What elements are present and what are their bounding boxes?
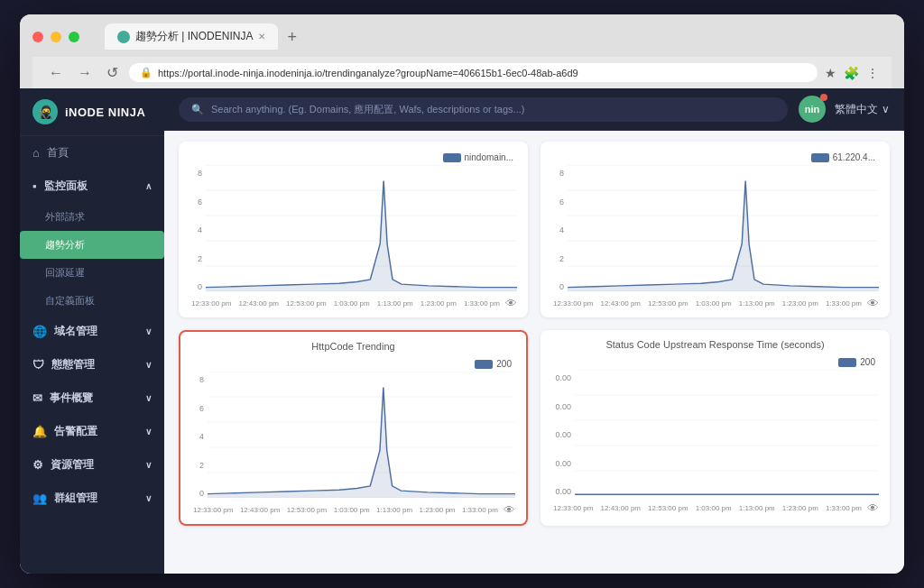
chart1-y-labels: 02468 bbox=[189, 165, 206, 295]
lock-icon: 🔒 bbox=[140, 67, 152, 78]
chart2-legend-box bbox=[811, 153, 829, 162]
chart4-svg bbox=[575, 370, 879, 496]
extensions-icon[interactable]: 🧩 bbox=[844, 66, 859, 80]
new-tab-button[interactable]: + bbox=[280, 25, 304, 49]
sidebar-sub-external[interactable]: 外部請求 bbox=[20, 203, 164, 231]
sidebar-sub-custom[interactable]: 自定義面板 bbox=[20, 287, 164, 315]
sidebar-sub-external-label: 外部請求 bbox=[45, 211, 85, 222]
sidebar-sub-custom-label: 自定義面板 bbox=[45, 295, 95, 306]
chart3-eye-icon[interactable]: 👁 bbox=[504, 503, 515, 517]
group-icon: 👥 bbox=[32, 492, 47, 505]
chart4-legend: 200 bbox=[838, 357, 875, 367]
search-icon: 🔍 bbox=[191, 104, 204, 115]
chart1-svg bbox=[206, 165, 517, 291]
chart4-legend-label: 200 bbox=[860, 357, 875, 367]
chart3-legend: 200 bbox=[475, 359, 512, 369]
monitoring-chevron: ∧ bbox=[145, 181, 152, 191]
refresh-button[interactable]: ↺ bbox=[103, 62, 122, 83]
chart4-footer: 12:33:00 pm12:43:00 pm12:53:00 pm1:03:00… bbox=[551, 501, 879, 515]
chart1-legend-box bbox=[443, 153, 461, 162]
sidebar-item-waf[interactable]: 🛡 態態管理 ∨ bbox=[20, 348, 164, 381]
waf-chevron: ∨ bbox=[145, 360, 152, 370]
sidebar-item-alert[interactable]: 🔔 告警配置 ∨ bbox=[20, 415, 164, 448]
chart-card-3: HttpCode Trending 200 02468 bbox=[179, 330, 528, 526]
chart2-svg bbox=[568, 165, 879, 291]
logo-icon: 🥷 bbox=[32, 99, 58, 124]
chart3-legend-box bbox=[475, 360, 493, 369]
logo-text: iNODE NINJA bbox=[65, 106, 145, 119]
event-chevron: ∨ bbox=[145, 393, 152, 403]
sidebar-item-domain[interactable]: 🌐 域名管理 ∨ bbox=[20, 315, 164, 348]
sidebar: 🥷 iNODE NINJA ⌂ 首頁 ▪ 監控面板 ∧ 外部請求 趨勢分析 回源… bbox=[20, 88, 164, 574]
tab-title: 趨勢分析 | INODENINJA bbox=[135, 29, 253, 44]
close-dot[interactable] bbox=[32, 32, 43, 42]
sidebar-item-home[interactable]: ⌂ 首頁 bbox=[20, 136, 164, 170]
browser-addressbar: ← → ↺ 🔒 https://portal.inode-ninja.inode… bbox=[32, 57, 892, 88]
chart3-wrapper: 02468 bbox=[191, 372, 515, 501]
maximize-dot[interactable] bbox=[69, 32, 79, 42]
chart2-eye-icon[interactable]: 👁 bbox=[867, 297, 879, 310]
chart-card-4: Status Code Upstream Response Time (seco… bbox=[541, 330, 890, 526]
chart2-content bbox=[568, 165, 879, 295]
resource-icon: ⚙ bbox=[32, 458, 43, 472]
sidebar-item-group[interactable]: 👥 群組管理 ∨ bbox=[20, 482, 164, 515]
alert-chevron: ∨ bbox=[145, 427, 152, 436]
chart2-legend: 61.220.4... bbox=[811, 152, 875, 162]
sidebar-item-alert-label: 告警配置 bbox=[54, 424, 97, 439]
chart2-y-labels: 02468 bbox=[551, 165, 568, 295]
app-header: 🔍 Search anything. (Eg. Domains, 應用配置, W… bbox=[164, 88, 904, 131]
url-bar[interactable]: 🔒 https://portal.inode-ninja.inodeninja.… bbox=[129, 63, 818, 82]
bookmark-icon[interactable]: ★ bbox=[825, 66, 836, 80]
home-icon: ⌂ bbox=[32, 146, 40, 160]
tab-close-button[interactable]: ✕ bbox=[258, 32, 265, 41]
forward-button[interactable]: → bbox=[74, 63, 96, 83]
browser-action-buttons: ★ 🧩 ⋮ bbox=[825, 66, 879, 80]
waf-icon: 🛡 bbox=[32, 358, 44, 372]
content-area: 🔍 Search anything. (Eg. Domains, 應用配置, W… bbox=[164, 88, 904, 574]
sidebar-sub-trend[interactable]: 趨勢分析 bbox=[20, 231, 164, 259]
chart4-content bbox=[575, 370, 879, 500]
search-placeholder-text: Search anything. (Eg. Domains, 應用配置, Waf… bbox=[211, 103, 524, 116]
chart-card-2: 61.220.4... 02468 bbox=[541, 142, 890, 317]
minimize-dot[interactable] bbox=[51, 32, 61, 42]
main-content: nindomain... 02468 bbox=[164, 131, 904, 574]
menu-icon[interactable]: ⋮ bbox=[866, 66, 879, 80]
chart-card-1: nindomain... 02468 bbox=[179, 142, 528, 317]
chart2-legend-label: 61.220.4... bbox=[833, 152, 875, 162]
browser-controls: 趨勢分析 | INODENINJA ✕ + bbox=[32, 23, 892, 50]
language-selector[interactable]: 繁體中文 ∨ bbox=[835, 102, 890, 117]
sidebar-item-domain-label: 域名管理 bbox=[54, 324, 97, 339]
search-bar[interactable]: 🔍 Search anything. (Eg. Domains, 應用配置, W… bbox=[179, 97, 788, 122]
sidebar-sub-origin-label: 回源延遲 bbox=[45, 267, 85, 278]
charts-grid: nindomain... 02468 bbox=[164, 131, 904, 537]
back-button[interactable]: ← bbox=[45, 63, 67, 83]
sidebar-item-home-label: 首頁 bbox=[47, 145, 69, 161]
language-label: 繁體中文 bbox=[835, 102, 878, 117]
chart3-title: HttpCode Trending bbox=[191, 341, 515, 352]
chart3-footer: 12:33:00 pm12:43:00 pm12:53:00 pm1:03:00… bbox=[191, 503, 515, 517]
chart2-footer: 12:33:00 pm12:43:00 pm12:53:00 pm1:03:00… bbox=[551, 297, 879, 310]
sidebar-item-resource[interactable]: ⚙ 資源管理 ∨ bbox=[20, 448, 164, 482]
url-text: https://portal.inode-ninja.inodeninja.io… bbox=[158, 68, 578, 78]
event-icon: ✉ bbox=[32, 391, 42, 405]
chart2-x-labels: 12:33:00 pm12:43:00 pm12:53:00 pm1:03:00… bbox=[551, 299, 864, 308]
svg-marker-13 bbox=[568, 181, 879, 292]
domain-icon: 🌐 bbox=[32, 325, 47, 338]
notification-dot bbox=[820, 94, 827, 101]
sidebar-item-monitoring[interactable]: ▪ 監控面板 ∧ bbox=[20, 170, 164, 203]
sidebar-item-event-label: 事件概覽 bbox=[50, 390, 93, 406]
svg-marker-6 bbox=[206, 181, 517, 292]
sidebar-item-event[interactable]: ✉ 事件概覽 ∨ bbox=[20, 381, 164, 415]
domain-chevron: ∨ bbox=[145, 326, 152, 336]
chart4-legend-box bbox=[838, 358, 856, 367]
active-tab[interactable]: 趨勢分析 | INODENINJA ✕ bbox=[105, 23, 278, 50]
chart3-svg bbox=[208, 372, 515, 498]
alert-icon: 🔔 bbox=[32, 425, 47, 438]
chart1-x-labels: 12:33:00 pm12:43:00 pm12:53:00 pm1:03:00… bbox=[189, 299, 502, 308]
chart1-content bbox=[206, 165, 517, 295]
sidebar-item-resource-label: 資源管理 bbox=[51, 457, 94, 473]
group-chevron: ∨ bbox=[145, 493, 152, 503]
chart4-eye-icon[interactable]: 👁 bbox=[867, 501, 879, 515]
sidebar-sub-origin[interactable]: 回源延遲 bbox=[20, 259, 164, 287]
chart1-eye-icon[interactable]: 👁 bbox=[505, 297, 517, 310]
